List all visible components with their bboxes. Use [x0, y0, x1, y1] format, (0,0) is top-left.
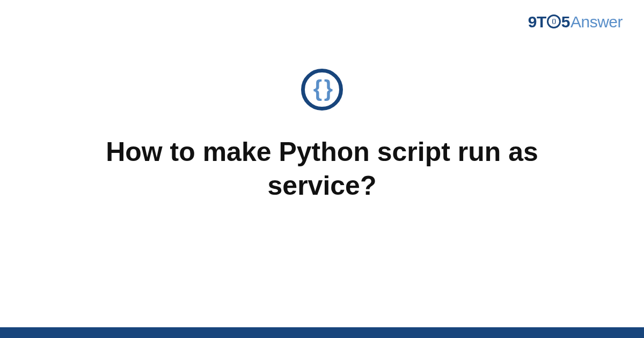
footer-accent-bar [0, 327, 644, 338]
curly-braces-icon: { } [313, 77, 331, 100]
logo-o-circle-icon: ( ) [547, 14, 561, 28]
logo-text-9t: 9T [528, 13, 546, 31]
code-badge-icon: { } [301, 69, 343, 111]
logo-text-answer: Answer [570, 13, 623, 31]
site-logo: 9T ( ) 5 Answer [528, 13, 623, 31]
logo-text-5: 5 [561, 13, 570, 31]
content-area: { } How to make Python script run as ser… [0, 69, 644, 202]
logo-o-inner-glyph: ( ) [552, 19, 555, 24]
question-title: How to make Python script run as service… [54, 135, 590, 202]
